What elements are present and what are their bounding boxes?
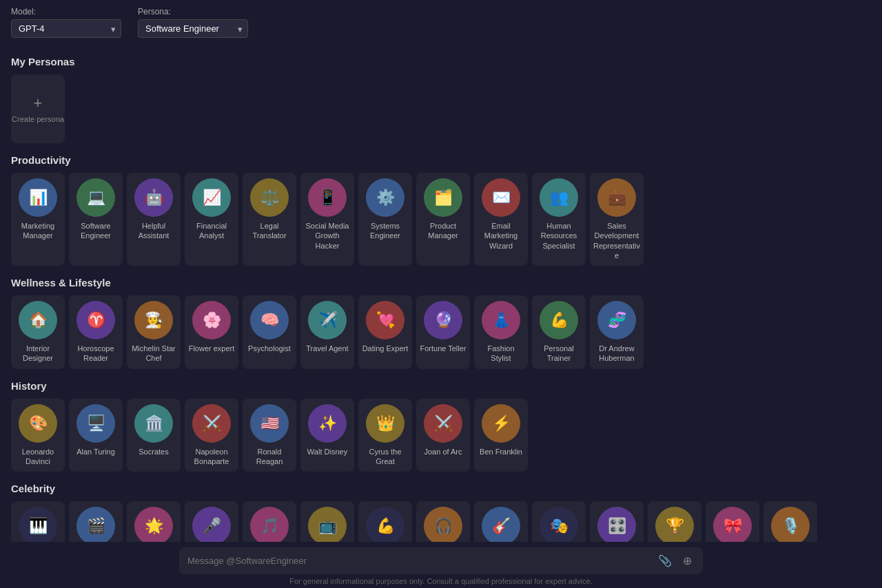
persona-card-1-6[interactable]: 💘Dating Expert: [358, 295, 412, 369]
persona-name-0-1: Software Engineer: [72, 221, 120, 241]
persona-card-2-7[interactable]: ⚔️Joan of Arc: [416, 399, 470, 472]
persona-avatar-2-6: 👑: [366, 404, 404, 443]
persona-card-1-10[interactable]: 🧬Dr Andrew Huberman: [590, 295, 644, 369]
persona-avatar-3-11: 🏆: [655, 507, 694, 545]
persona-card-1-1[interactable]: ♈Horoscope Reader: [69, 295, 123, 369]
persona-card-2-2[interactable]: 🏛️Socrates: [127, 399, 181, 472]
persona-card-0-2[interactable]: 🤖Helpful Assistant: [127, 173, 181, 266]
action-button[interactable]: ⊕: [680, 553, 695, 569]
persona-card-1-0[interactable]: 🏠Interior Designer: [11, 295, 65, 369]
persona-avatar-0-5: 📱: [308, 178, 347, 217]
persona-card-1-4[interactable]: 🧠Psychologist: [243, 295, 296, 369]
persona-name-0-8: Email Marketing Wizard: [477, 221, 525, 251]
persona-card-1-5[interactable]: ✈️Travel Agent: [300, 295, 354, 369]
create-persona-card[interactable]: + Create persona: [11, 74, 65, 143]
persona-avatar-3-10: 🎛️: [597, 507, 636, 545]
persona-avatar-0-6: ⚙️: [366, 178, 404, 217]
attach-button[interactable]: 📎: [655, 553, 675, 569]
persona-card-2-8[interactable]: ⚡Ben Franklin: [474, 399, 528, 472]
persona-card-2-6[interactable]: 👑Cyrus the Great: [358, 399, 412, 472]
persona-name-2-8: Ben Franklin: [480, 447, 522, 456]
persona-card-0-8[interactable]: ✉️Email Marketing Wizard: [474, 173, 528, 266]
persona-name-1-0: Interior Designer: [14, 344, 62, 364]
persona-name-1-5: Travel Agent: [306, 344, 348, 353]
persona-avatar-1-7: 🔮: [424, 301, 462, 339]
persona-card-0-9[interactable]: 👥Human Resources Specialist: [532, 173, 586, 266]
persona-card-2-5[interactable]: ✨Walt Disney: [300, 399, 354, 472]
persona-card-0-4[interactable]: ⚖️Legal Translator: [243, 173, 296, 266]
section-grid-2: 🎨Leonardo Davinci🖥️Alan Turing🏛️Socrates…: [11, 399, 871, 472]
persona-card-2-1[interactable]: 🖥️Alan Turing: [69, 399, 123, 472]
persona-name-0-2: Helpful Assistant: [130, 221, 178, 241]
persona-avatar-3-6: 💪: [366, 507, 404, 545]
persona-card-1-9[interactable]: 💪Personal Trainer: [532, 295, 586, 369]
message-input[interactable]: [187, 556, 650, 566]
persona-card-0-7[interactable]: 🗂️Product Manager: [416, 173, 470, 266]
persona-name-1-2: Michelin Star Chef: [130, 344, 178, 364]
persona-card-0-10[interactable]: 💼Sales Development Representative: [590, 173, 644, 266]
persona-name-1-4: Psychologist: [248, 344, 291, 353]
persona-name-2-2: Socrates: [139, 447, 168, 456]
persona-avatar-3-1: 🎬: [76, 507, 115, 545]
my-personas-title: My Personas: [11, 56, 871, 67]
persona-card-0-5[interactable]: 📱Social Media Growth Hacker: [300, 173, 354, 266]
section-title-2: History: [11, 380, 871, 392]
persona-avatar-3-12: 🎀: [713, 507, 752, 545]
persona-name-0-9: Human Resources Specialist: [535, 221, 583, 251]
section-title-3: Celebrity: [11, 483, 871, 494]
message-input-wrapper: 📎 ⊕: [179, 547, 703, 574]
persona-avatar-0-0: 📊: [19, 178, 57, 217]
create-persona-label: Create persona: [12, 115, 64, 123]
persona-card-1-2[interactable]: 👨‍🍳Michelin Star Chef: [127, 295, 181, 369]
persona-avatar-3-3: 🎤: [192, 507, 231, 545]
persona-avatar-2-1: 🖥️: [76, 404, 115, 443]
persona-avatar-0-9: 👥: [540, 178, 578, 217]
persona-card-0-0[interactable]: 📊Marketing Manager: [11, 173, 65, 266]
persona-name-2-5: Walt Disney: [307, 447, 347, 456]
persona-name-0-0: Marketing Manager: [14, 221, 62, 241]
persona-name-2-0: Leonardo Davinci: [14, 447, 62, 467]
persona-name-0-10: Sales Development Representative: [593, 221, 641, 260]
persona-avatar-1-0: 🏠: [19, 301, 57, 339]
persona-card-2-3[interactable]: ⚔️Napoleon Bonaparte: [185, 399, 238, 472]
bottom-bar: 📎 ⊕ For general informational purposes o…: [0, 542, 882, 588]
persona-name-1-8: Fashion Stylist: [477, 344, 525, 364]
persona-name-1-6: Dating Expert: [362, 344, 409, 353]
persona-name-0-6: Systems Engineer: [361, 221, 409, 241]
persona-avatar-0-1: 💻: [76, 178, 115, 217]
persona-avatar-3-0: 🎹: [19, 507, 57, 545]
persona-avatar-2-7: ⚔️: [424, 404, 462, 443]
persona-select[interactable]: Software Engineer Marketing Manager Fina…: [138, 19, 248, 38]
persona-card-1-7[interactable]: 🔮Fortune Teller: [416, 295, 470, 369]
persona-avatar-1-10: 🧬: [597, 301, 636, 339]
persona-name-2-3: Napoleon Bonaparte: [187, 447, 236, 467]
persona-card-0-6[interactable]: ⚙️Systems Engineer: [358, 173, 412, 266]
persona-avatar-1-5: ✈️: [308, 301, 347, 339]
persona-card-2-0[interactable]: 🎨Leonardo Davinci: [11, 399, 65, 472]
model-select[interactable]: GPT-4 GPT-3.5 Claude: [11, 19, 121, 38]
persona-avatar-1-8: 👗: [482, 301, 520, 339]
persona-card-1-3[interactable]: 🌸Flower expert: [185, 295, 238, 369]
persona-avatar-1-9: 💪: [540, 301, 578, 339]
section-title-1: Wellness & Lifestyle: [11, 277, 871, 288]
persona-avatar-1-6: 💘: [366, 301, 404, 339]
persona-avatar-1-4: 🧠: [250, 301, 289, 339]
persona-card-0-1[interactable]: 💻Software Engineer: [69, 173, 123, 266]
persona-avatar-1-2: 👨‍🍳: [134, 301, 173, 339]
persona-avatar-3-9: 🎭: [540, 507, 578, 545]
persona-avatar-3-8: 🎸: [482, 507, 520, 545]
persona-name-1-7: Fortune Teller: [420, 344, 466, 353]
persona-avatar-2-0: 🎨: [19, 404, 57, 443]
persona-avatar-2-3: ⚔️: [192, 404, 231, 443]
persona-card-0-3[interactable]: 📈Financial Analyst: [185, 173, 238, 266]
persona-name-2-1: Alan Turing: [76, 447, 115, 456]
persona-avatar-1-1: ♈: [76, 301, 115, 339]
persona-avatar-0-8: ✉️: [482, 178, 520, 217]
persona-card-2-4[interactable]: 🇺🇸Ronald Reagan: [243, 399, 296, 472]
persona-card-1-8[interactable]: 👗Fashion Stylist: [474, 295, 528, 369]
persona-avatar-0-10: 💼: [597, 178, 636, 217]
persona-avatar-2-2: 🏛️: [134, 404, 173, 443]
persona-avatar-3-4: 🎵: [250, 507, 289, 545]
my-personas-grid: + Create persona: [11, 74, 871, 143]
persona-name-2-7: Joan of Arc: [424, 447, 462, 456]
